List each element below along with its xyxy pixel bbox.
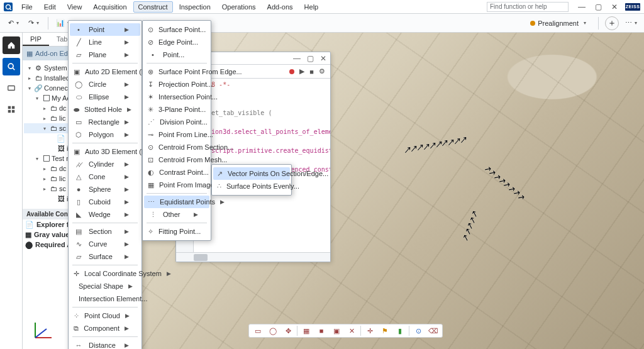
- menu-item-contrast-point[interactable]: ◐Contrast Point...: [144, 166, 209, 179]
- menu-item-centroid-from-section[interactable]: ⊙Centroid From Section...: [144, 141, 209, 153]
- construct-menu[interactable]: •Point▶╱Line▶▱Plane▶▣Auto 2D Element (No…: [68, 20, 142, 349]
- script-maximize-button[interactable]: ▢: [307, 54, 314, 63]
- menu-item-ellipse[interactable]: ⬭Ellipse▶: [70, 91, 140, 103]
- menu-item-equidistant-points[interactable]: ⋯Equidistant Points▶: [144, 196, 209, 208]
- menu-item-vector-points-on-section-edge[interactable]: ↗Vector Points On Section/Edge...: [213, 167, 290, 180]
- menu-item-other[interactable]: ⋮Other▶: [144, 208, 209, 221]
- menu-view[interactable]: View: [62, 1, 87, 13]
- menu-file[interactable]: File: [16, 1, 38, 13]
- app-icon: [4, 3, 13, 11]
- menu-item-surface[interactable]: ▱Surface▶: [70, 250, 140, 263]
- menu-item-point[interactable]: •Point▶: [70, 23, 140, 36]
- tray-select-all-icon[interactable]: ■: [315, 325, 328, 336]
- menu-item-division-point[interactable]: ⋰Division Point...: [144, 116, 209, 128]
- svg-point-2: [8, 64, 13, 69]
- stop-button[interactable]: ■: [309, 68, 314, 75]
- tray-move-icon[interactable]: ✥: [282, 325, 294, 336]
- prealignment-label: Prealignment: [538, 19, 579, 27]
- menu-item-projection-point[interactable]: ↧Projection Point...: [144, 78, 209, 91]
- undo-dropdown[interactable]: ↶: [5, 16, 21, 30]
- tray-deviation-icon[interactable]: ▮: [394, 325, 406, 336]
- vector-trail-3: ↗↗↗↗↗: [460, 210, 480, 242]
- menu-item-surface-point-from-edge[interactable]: ⊗Surface Point From Edge...: [144, 65, 209, 78]
- menu-edit[interactable]: Edit: [39, 1, 61, 13]
- horizontal-scrollbar[interactable]: [176, 252, 330, 262]
- menu-item-line[interactable]: ╱Line▶: [70, 36, 140, 48]
- menu-item-local-coordinate-system[interactable]: ✛Local Coordinate System▶: [70, 267, 140, 280]
- home-button[interactable]: [3, 36, 20, 54]
- activity-bar: [0, 33, 23, 349]
- tray-cross-icon[interactable]: ✛: [364, 325, 376, 336]
- more-dropdown[interactable]: ⋯: [623, 16, 639, 30]
- tray-point-icon[interactable]: ⊙: [412, 325, 425, 336]
- menu-item-plane[interactable]: ▱Plane▶: [70, 48, 140, 61]
- menu-item-point[interactable]: •Point...: [144, 48, 209, 61]
- menu-inspection[interactable]: Inspection: [174, 1, 216, 13]
- menu-item-section[interactable]: ▤Section▶: [70, 225, 140, 238]
- menu-item-intersection-element[interactable]: Intersection Element...: [70, 292, 140, 305]
- menu-item-auto-2d-element-nominal[interactable]: ▣Auto 2D Element (Nominal)...: [70, 65, 140, 78]
- grid-button[interactable]: [3, 101, 20, 118]
- tray-select-vis-icon[interactable]: ▣: [330, 325, 343, 336]
- menu-item-slotted-hole[interactable]: ⬬Slotted Hole▶: [70, 103, 140, 116]
- menu-item-point-cloud[interactable]: ⁘Point Cloud▶: [70, 309, 140, 322]
- menu-item-special-shape[interactable]: Special Shape▶: [70, 280, 140, 292]
- window-buttons: — ▢ ✕: [575, 2, 621, 12]
- script-settings-icon[interactable]: ⚙: [319, 67, 325, 75]
- menu-item-intersection-point[interactable]: ✶Intersection Point...: [144, 91, 209, 103]
- brand-logo: ZEISS: [625, 3, 640, 11]
- menu-item-sphere[interactable]: ●Sphere▶: [70, 183, 140, 196]
- maximize-button[interactable]: ▢: [591, 2, 605, 12]
- menu-item-3-plane-point[interactable]: ✳3-Plane Point...: [144, 103, 209, 116]
- close-button[interactable]: ✕: [608, 2, 621, 12]
- menu-item-circle[interactable]: ◯Circle▶: [70, 78, 140, 91]
- redo-dropdown[interactable]: ↷: [25, 16, 42, 30]
- menu-help[interactable]: Help: [299, 1, 324, 13]
- menu-item-polygon[interactable]: ⬡Polygon▶: [70, 128, 140, 141]
- prealignment-selector[interactable]: Prealignment ▾: [525, 17, 592, 30]
- menu-acquisition[interactable]: Acquisition: [88, 1, 131, 13]
- svg-rect-5: [8, 106, 10, 109]
- viewport-tool-tray[interactable]: ▭ ◯ ✥ ▦ ■ ▣ ✕ ✛ ⚑ ▮ ⊙ ⌫: [248, 324, 443, 338]
- menu-item-distance[interactable]: ↔Distance▶: [70, 339, 140, 349]
- menu-item-cone[interactable]: △Cone▶: [70, 170, 140, 183]
- menu-item-surface-point[interactable]: ⊙Surface Point...: [144, 23, 209, 36]
- search-button[interactable]: [3, 58, 20, 75]
- tray-lasso-icon[interactable]: ◯: [267, 325, 279, 336]
- add-button[interactable]: ＋: [605, 16, 619, 30]
- play-button[interactable]: ▶: [299, 67, 304, 75]
- menu-item-component[interactable]: ⧉Component▶: [70, 322, 140, 335]
- menu-add-ons[interactable]: Add-ons: [262, 1, 298, 13]
- menu-construct[interactable]: Construct: [133, 1, 173, 13]
- script-minimize-button[interactable]: —: [293, 54, 301, 63]
- menu-item-edge-point[interactable]: ⊘Edge Point...: [144, 36, 209, 48]
- minimize-button[interactable]: —: [575, 2, 589, 12]
- menu-item-point-from-image-points[interactable]: ▦Point From Image Points...: [144, 179, 209, 191]
- menu-item-cuboid[interactable]: ▯Cuboid▶: [70, 196, 140, 208]
- tray-select-icon[interactable]: ▭: [252, 325, 264, 336]
- menu-item-centroid-from-mesh[interactable]: ⊡Centroid From Mesh...: [144, 153, 209, 166]
- menu-item-wedge[interactable]: ◣Wedge▶: [70, 208, 140, 221]
- equidistant-submenu[interactable]: ↗Vector Points On Section/Edge...∴Surfac…: [211, 164, 292, 196]
- menu-item-surface-points-evenly[interactable]: ∴Surface Points Evenly...: [213, 180, 290, 192]
- menu-item-point-from-line[interactable]: ⊸Point From Line...: [144, 128, 209, 141]
- tray-x-icon[interactable]: ✕: [345, 325, 358, 336]
- menu-operations[interactable]: Operations: [217, 1, 261, 13]
- tray-flag-icon[interactable]: ⚑: [379, 325, 391, 336]
- menu-item-curve[interactable]: ∿Curve▶: [70, 238, 140, 250]
- menu-item-rectangle[interactable]: ▭Rectangle▶: [70, 116, 140, 128]
- inspect-button[interactable]: [3, 79, 20, 97]
- menu-item-cylinder[interactable]: ⌭Cylinder▶: [70, 158, 140, 170]
- svg-line-3: [13, 68, 14, 70]
- tray-mesh-icon[interactable]: ▦: [300, 325, 313, 336]
- explorer-tab-pip[interactable]: PIP: [23, 33, 49, 46]
- point-submenu[interactable]: ⊙Surface Point...⊘Edge Point...•Point...…: [142, 20, 211, 241]
- vector-trail-1: ↗↗↗↗↗↗↗↗↗↗: [404, 134, 467, 155]
- record-icon[interactable]: [289, 69, 294, 74]
- script-close-button[interactable]: ✕: [320, 54, 326, 63]
- menu-item-fitting-point[interactable]: ✧Fitting Point...: [144, 225, 209, 238]
- menu-item-auto-3d-element-nominal[interactable]: ▣Auto 3D Element (Nominal)...: [70, 145, 140, 158]
- svg-point-0: [6, 4, 11, 9]
- search-input[interactable]: Find function or help: [487, 2, 569, 12]
- tray-clear-icon[interactable]: ⌫: [427, 325, 440, 336]
